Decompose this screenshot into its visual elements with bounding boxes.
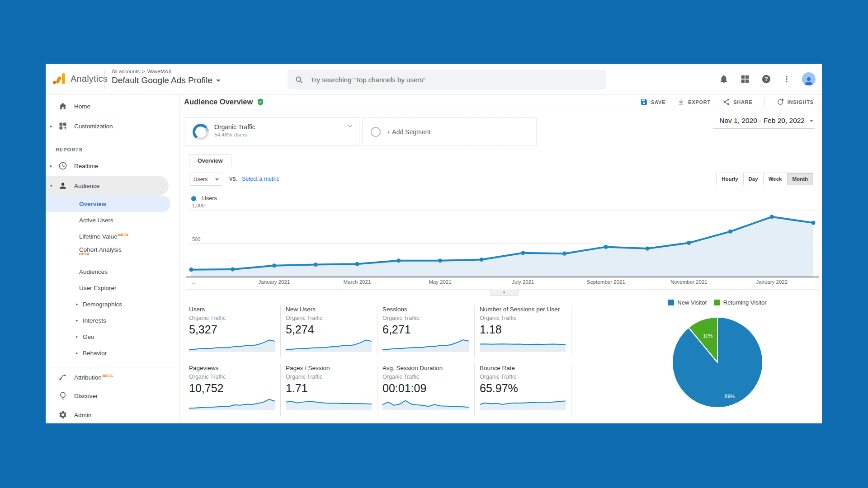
chart-point[interactable] xyxy=(645,247,649,251)
expand-arrow-icon[interactable]: ▸ xyxy=(76,334,78,339)
breadcrumb-path[interactable]: All accounts xyxy=(112,69,140,74)
granularity-hourly-button[interactable]: Hourly xyxy=(716,173,743,185)
chart-point[interactable] xyxy=(811,221,815,225)
date-range-selector[interactable]: Nov 1, 2020 - Feb 20, 2022 xyxy=(713,117,815,129)
beta-badge: BETA xyxy=(118,233,129,237)
metric-card-sessions[interactable]: Sessions Organic Traffic 6,271 xyxy=(377,305,475,357)
tab-overview[interactable]: Overview xyxy=(189,154,231,167)
chart-point[interactable] xyxy=(314,263,318,267)
sidebar-item-label: Admin xyxy=(74,412,91,418)
chart-point[interactable] xyxy=(480,258,484,262)
sidebar-item-demographics[interactable]: ▸ Demographics xyxy=(46,296,179,312)
metric-card-sessions-per-user[interactable]: Number of Sessions per User Organic Traf… xyxy=(475,305,571,357)
chevron-down-icon xyxy=(809,120,814,122)
metric-card-avg-session-duration[interactable]: Avg. Session Duration Organic Traffic 00… xyxy=(377,364,475,416)
timeline-expand-handle[interactable]: ▼ xyxy=(490,289,519,296)
sidebar-item-label: Active Users xyxy=(79,217,113,224)
breadcrumb-account[interactable]: WaveMAX xyxy=(147,69,172,74)
segment-card-organic-traffic[interactable]: Organic Traffic 54.46% Users xyxy=(185,117,359,146)
search-bar[interactable] xyxy=(288,70,606,89)
sidebar-item-geo[interactable]: ▸ Geo xyxy=(46,328,179,345)
sidebar-item-attribution[interactable]: AttributionBETA xyxy=(46,368,179,386)
sidebar-item-user-explorer[interactable]: User Explorer xyxy=(46,280,179,296)
expand-arrow-icon[interactable]: ▸ xyxy=(50,124,52,128)
chart-point[interactable] xyxy=(272,263,276,267)
metric-card-pages-per-session[interactable]: Pages / Session Organic Traffic 1.71 xyxy=(281,364,377,416)
chart-point[interactable] xyxy=(728,230,732,234)
metric-card-new-users[interactable]: New Users Organic Traffic 5,274 xyxy=(281,305,377,357)
sidebar-item-active-users[interactable]: Active Users xyxy=(46,212,179,228)
sidebar-item-cohort-analysis[interactable]: Cohort Analysis BETA xyxy=(46,244,179,263)
sidebar-item-customization[interactable]: ▸ Customization xyxy=(46,116,179,136)
analytics-logo[interactable]: Analytics xyxy=(53,73,108,84)
metric-title: Sessions xyxy=(382,305,469,314)
insights-button[interactable]: INSIGHTS xyxy=(777,98,814,106)
sidebar-item-home[interactable]: Home xyxy=(46,96,179,116)
help-icon[interactable]: ? xyxy=(761,74,771,84)
sparkline-wrap xyxy=(189,338,275,352)
add-segment-button[interactable]: + Add Segment xyxy=(362,117,537,146)
x-axis-label: November 2021 xyxy=(670,279,708,285)
metric-dropdown[interactable]: Users xyxy=(189,173,223,186)
chart-point[interactable] xyxy=(438,258,442,263)
chevron-down-icon[interactable] xyxy=(346,122,354,130)
avatar[interactable] xyxy=(802,72,816,86)
sparkline-wrap xyxy=(189,396,275,410)
expand-arrow-icon[interactable]: ▸ xyxy=(76,318,78,323)
metric-card-users[interactable]: Users Organic Traffic 5,327 xyxy=(189,305,281,357)
chart-point[interactable] xyxy=(562,252,566,256)
y-tick-label: 1,000 xyxy=(192,203,205,208)
sparkline-wrap xyxy=(480,338,566,352)
profile-name[interactable]: Default Google Ads Profile xyxy=(112,75,212,85)
expand-arrow-icon[interactable]: ▸ xyxy=(50,164,52,168)
chart-point[interactable] xyxy=(521,251,525,255)
x-axis-label: May 2021 xyxy=(429,279,452,285)
expand-arrow-icon[interactable]: ▸ xyxy=(76,351,78,355)
chart-point[interactable] xyxy=(396,258,401,263)
chart-point[interactable] xyxy=(604,245,608,249)
expand-arrow-icon[interactable]: ▸ xyxy=(76,302,78,306)
sidebar-item-overview[interactable]: Overview xyxy=(46,196,170,212)
sidebar-item-realtime[interactable]: ▸ Realtime xyxy=(46,156,179,176)
metric-card-bounce-rate[interactable]: Bounce Rate Organic Traffic 65.97% xyxy=(475,364,571,416)
sidebar-item-admin[interactable]: Admin xyxy=(46,405,179,423)
share-button[interactable]: SHARE xyxy=(722,98,753,106)
granularity-week-button[interactable]: Week xyxy=(763,173,788,185)
sidebar-item-audiences[interactable]: Audiences xyxy=(46,263,179,280)
apps-grid-icon[interactable] xyxy=(740,74,750,84)
chart-point[interactable] xyxy=(355,262,359,266)
sidebar-item-behavior[interactable]: ▸ Behavior xyxy=(46,345,179,361)
tab-label: Overview xyxy=(198,158,223,164)
search-input[interactable] xyxy=(310,75,599,84)
sidebar-item-discover[interactable]: Discover xyxy=(46,386,179,405)
chart-point[interactable] xyxy=(189,267,193,272)
users-series-dot-icon xyxy=(191,196,196,201)
page-title: Audience Overview xyxy=(184,98,253,106)
sidebar-item-label: Demographics xyxy=(83,301,122,308)
chart-point[interactable] xyxy=(231,267,235,271)
sidebar-item-lifetime-value[interactable]: Lifetime ValueBETA xyxy=(46,228,179,244)
breadcrumb[interactable]: All accounts > WaveMAX xyxy=(112,69,221,74)
tab-rule xyxy=(179,167,822,167)
sidebar-item-audience[interactable]: ▾ Audience xyxy=(46,176,169,196)
select-a-metric-link[interactable]: Select a metric xyxy=(242,176,279,182)
chart-point[interactable] xyxy=(770,215,774,219)
metric-title: Number of Sessions per User xyxy=(480,305,566,314)
sidebar-item-label: User Explorer xyxy=(79,285,117,291)
granularity-day-button[interactable]: Day xyxy=(743,173,764,185)
export-button[interactable]: EXPORT xyxy=(677,98,711,106)
legend-item-new-visitor[interactable]: New Visitor xyxy=(668,299,707,306)
home-icon xyxy=(58,102,67,111)
save-button[interactable]: SAVE xyxy=(640,98,665,106)
sidebar-item-interests[interactable]: ▸ Interests xyxy=(46,312,179,328)
metric-card-pageviews[interactable]: Pageviews Organic Traffic 10,752 xyxy=(189,364,281,416)
more-vert-icon[interactable] xyxy=(783,74,791,84)
profile-selector[interactable]: Default Google Ads Profile xyxy=(112,75,221,85)
legend-item-returning-visitor[interactable]: Returning Visitor xyxy=(714,299,767,306)
attribution-icon xyxy=(58,373,67,382)
chart-point[interactable] xyxy=(687,241,691,245)
granularity-month-button[interactable]: Month xyxy=(787,173,813,185)
pie-slice-label: 11% xyxy=(703,333,712,338)
collapse-arrow-icon[interactable]: ▾ xyxy=(50,183,52,188)
notifications-icon[interactable] xyxy=(719,74,729,84)
